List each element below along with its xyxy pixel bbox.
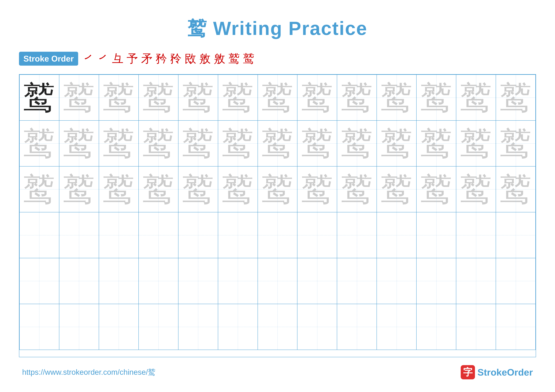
grid-cell-empty[interactable]	[178, 212, 218, 258]
grid-cell-empty[interactable]	[456, 304, 496, 350]
practice-char-light: 鹫	[381, 80, 412, 115]
grid-cell-empty[interactable]	[218, 212, 258, 258]
practice-char-light: 鹫	[222, 172, 254, 207]
practice-char-light: 鹫	[222, 80, 254, 115]
grid-cell-empty[interactable]	[139, 258, 178, 304]
grid-cell: 鹫	[99, 75, 139, 121]
brand-icon: 字	[461, 365, 475, 379]
practice-char-light: 鹫	[262, 172, 293, 207]
practice-char-light: 鹫	[103, 172, 134, 207]
grid-cell-empty[interactable]	[139, 212, 178, 258]
grid-cell-empty[interactable]	[456, 258, 496, 304]
grid-cell-empty[interactable]	[337, 258, 377, 304]
grid-cell-empty[interactable]	[416, 258, 456, 304]
grid-cell-empty[interactable]	[258, 212, 297, 258]
grid-cell-empty[interactable]	[20, 304, 59, 350]
grid-cell: 鹫	[337, 121, 377, 166]
grid-cell: 鹫	[59, 166, 99, 212]
grid-cell: 鹫	[337, 75, 377, 121]
grid-table: 鹫 鹫 鹫 鹫 鹫 鹫 鹫 鹫 鹫 鹫 鹫 鹫 鹫 鹫 鹫 鹫 鹫	[19, 74, 536, 350]
grid-cell: 鹫	[337, 166, 377, 212]
grid-cell: 鹫	[99, 121, 139, 166]
grid-cell-empty[interactable]	[218, 258, 258, 304]
grid-cell-empty[interactable]	[258, 258, 297, 304]
brand-text: StrokeOrder	[477, 367, 533, 378]
grid-cell-empty[interactable]	[99, 212, 139, 258]
grid-cell-empty[interactable]	[20, 212, 59, 258]
practice-char-light: 鹫	[341, 80, 373, 115]
grid-cell: 鹫	[496, 75, 535, 121]
grid-cell-empty[interactable]	[20, 258, 59, 304]
footer-url[interactable]: https://www.strokeorder.com/chinese/鹫	[22, 367, 155, 377]
stroke-step-11: 鹫	[228, 51, 240, 66]
grid-cell: 鹫	[59, 75, 99, 121]
grid-cell-empty[interactable]	[337, 212, 377, 258]
practice-char-light: 鹫	[301, 172, 333, 207]
grid-cell-empty[interactable]	[456, 212, 496, 258]
grid-cell-empty[interactable]	[496, 212, 535, 258]
grid-cell-empty[interactable]	[377, 212, 416, 258]
grid-cell: 鹫	[416, 75, 456, 121]
stroke-step-3: 彑	[112, 51, 124, 66]
table-row: 鹫 鹫 鹫 鹫 鹫 鹫 鹫 鹫 鹫 鹫 鹫 鹫 鹫	[20, 75, 535, 121]
practice-char-light: 鹫	[460, 126, 492, 161]
stroke-step-2: ㇒	[97, 51, 109, 66]
grid-cell-empty[interactable]	[178, 258, 218, 304]
practice-char-light: 鹫	[63, 172, 95, 207]
table-row: 鹫 鹫 鹫 鹫 鹫 鹫 鹫 鹫 鹫 鹫 鹫 鹫 鹫	[20, 166, 535, 212]
table-row	[20, 258, 535, 304]
grid-cell-empty[interactable]	[297, 304, 337, 350]
grid-cell-empty[interactable]	[139, 304, 178, 350]
practice-char-light: 鹫	[63, 126, 95, 161]
grid-cell: 鹫	[496, 121, 535, 166]
grid-cell: 鹫	[456, 121, 496, 166]
practice-char-light: 鹫	[500, 126, 532, 161]
grid-cell: 鹫	[416, 166, 456, 212]
stroke-step-1: ㇒	[83, 51, 94, 66]
grid-cell: 鹫	[218, 121, 258, 166]
grid-cell-empty[interactable]	[99, 258, 139, 304]
grid-cell: 鹫	[218, 75, 258, 121]
grid-cell: 鹫	[59, 121, 99, 166]
grid-cell: 鹫	[258, 75, 297, 121]
grid-cell: 鹫	[178, 75, 218, 121]
grid-cell-empty[interactable]	[59, 258, 99, 304]
grid-cell-empty[interactable]	[377, 304, 416, 350]
table-row: 鹫 鹫 鹫 鹫 鹫 鹫 鹫 鹫 鹫 鹫 鹫 鹫 鹫	[20, 121, 535, 166]
grid-cell-empty[interactable]	[178, 304, 218, 350]
practice-char-light: 鹫	[63, 80, 95, 115]
grid-cell-empty[interactable]	[258, 304, 297, 350]
grid-cell-empty[interactable]	[99, 304, 139, 350]
grid-cell-empty[interactable]	[416, 304, 456, 350]
grid-cell: 鹫	[496, 166, 535, 212]
table-row	[20, 212, 535, 258]
practice-char-light: 鹫	[23, 172, 55, 207]
grid-cell: 鹫	[20, 166, 59, 212]
grid-cell-empty[interactable]	[416, 212, 456, 258]
title-char: 鹫	[188, 18, 207, 39]
grid-cell-empty[interactable]	[59, 304, 99, 350]
grid-cell-empty[interactable]	[377, 258, 416, 304]
practice-char-dark: 鹫	[23, 80, 55, 115]
grid-cell-empty[interactable]	[496, 304, 535, 350]
grid-cell: 鹫	[20, 121, 59, 166]
title-suffix: Writing Practice	[207, 18, 367, 39]
grid-cell-empty[interactable]	[59, 212, 99, 258]
grid-cell-empty[interactable]	[496, 258, 535, 304]
stroke-order-row: Stroke Order ㇒ ㇒ 彑 予 矛 矜 矝 敃 敫 敫 鹫 鹫	[19, 51, 536, 66]
grid-cell-empty[interactable]	[218, 304, 258, 350]
practice-char-light: 鹫	[182, 80, 214, 115]
grid-cell-empty[interactable]	[297, 258, 337, 304]
practice-char-light: 鹫	[341, 172, 373, 207]
grid-cell: 鹫	[297, 121, 337, 166]
practice-char-light: 鹫	[103, 80, 134, 115]
grid-cell: 鹫	[99, 166, 139, 212]
grid-cell-empty[interactable]	[337, 304, 377, 350]
stroke-step-6: 矜	[156, 51, 167, 66]
grid-cell: 鹫	[258, 166, 297, 212]
practice-char-light: 鹫	[262, 126, 293, 161]
grid-cell-empty[interactable]	[297, 212, 337, 258]
practice-char-light: 鹫	[222, 126, 254, 161]
practice-char-light: 鹫	[143, 172, 174, 207]
stroke-step-12: 鹫	[243, 51, 254, 66]
